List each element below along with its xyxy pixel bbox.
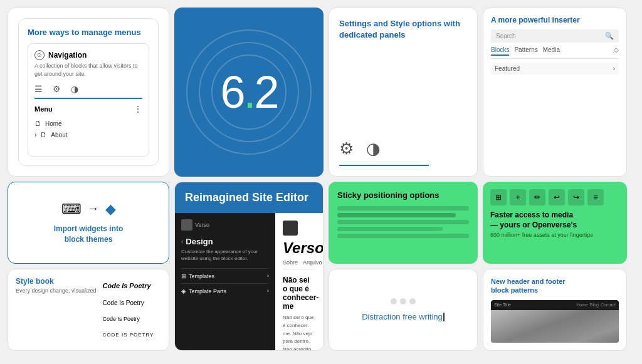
- import-title: Import widgets intoblock themes: [54, 224, 124, 245]
- nav-arquivo: Arquivo: [303, 259, 322, 266]
- nav-circle-icon: ⊙: [34, 50, 45, 60]
- col1-row2: ⌨ → ◆ Import widgets intoblock themes St…: [8, 182, 169, 351]
- preview-heading: Não sei o que é conhecer-me: [283, 276, 315, 311]
- distraction-text: Distraction free writing: [362, 312, 445, 322]
- nav-desc: A collection of blocks that allow visito…: [34, 62, 142, 78]
- tab-icon: ◇: [614, 46, 619, 56]
- sidebar-topbar: Verso: [181, 219, 269, 231]
- sidebar-item-template-parts[interactable]: ◈ Template Parts ›: [181, 283, 269, 298]
- card-sticky: Sticky positioning options: [329, 182, 478, 264]
- verso-label: Verso: [195, 222, 209, 228]
- settings-underline: [339, 165, 429, 166]
- card-stylebook: Style book Every design change, visualiz…: [8, 269, 169, 351]
- sticky-title: Sticky positioning options: [337, 190, 469, 200]
- version-ring-inner: 6.2: [211, 55, 287, 130]
- main-grid: More ways to manage menus ⊙ Navigation A…: [0, 0, 642, 364]
- featured-label: Featured: [495, 65, 520, 72]
- sample-2: Code Is Poetry: [103, 299, 161, 306]
- menu-more-icon: ⋮: [134, 104, 142, 114]
- featured-chevron-icon: ›: [613, 65, 615, 72]
- media-grid-icon: ⊞: [490, 189, 507, 205]
- settings-gear-icon: ⚙: [339, 139, 354, 159]
- home-page-icon: 🗋: [34, 120, 41, 127]
- sample-4: CODE IS POETRY: [103, 332, 161, 338]
- media-toolbar: ⊞ + ✏ ↩ ↪ ≡: [490, 189, 619, 205]
- version-number: 6.2: [220, 70, 277, 115]
- menu-icon-contrast: ◑: [71, 84, 78, 94]
- verso-logo: [181, 219, 192, 231]
- tab-blocks[interactable]: Blocks: [491, 46, 509, 56]
- media-pencil-icon: ✏: [529, 189, 545, 205]
- settings-icons-row: ⚙ ◑: [339, 139, 467, 159]
- template-parts-chevron: ›: [267, 288, 269, 294]
- hf-nav-item-1: Home: [576, 303, 588, 307]
- templates-icon: ⊞: [181, 273, 186, 279]
- templates-chevron: ›: [267, 273, 269, 279]
- search-placeholder: Search: [496, 33, 516, 39]
- cursor-icon: [443, 313, 445, 321]
- card-header-footer: New header and footerblock patterns Site…: [483, 269, 627, 351]
- dot-3: [409, 298, 416, 304]
- home-item-label: Home: [45, 120, 62, 127]
- card-import: ⌨ → ◆ Import widgets intoblock themes: [8, 182, 169, 264]
- menu-label: Menu: [34, 105, 53, 113]
- menu-icon-gear: ⚙: [53, 84, 61, 94]
- hf-site-title: Site Title: [494, 303, 511, 307]
- hf-topbar: Site Title Home Blog Contact: [491, 300, 619, 310]
- stylebook-title: Style book: [16, 277, 97, 286]
- templates-label: Templates: [189, 273, 214, 279]
- template-parts-icon: ◈: [181, 288, 186, 294]
- import-icons-row: ⌨ → ◆: [61, 201, 116, 217]
- media-redo-icon: ↪: [568, 189, 584, 205]
- editor-body: Verso ‹ Design Customize the appearance …: [175, 213, 323, 350]
- col3-row2: Sticky positioning options Distraction f…: [329, 182, 478, 351]
- about-item-label: About: [51, 132, 67, 138]
- sample-1: Code Is Poetry: [103, 282, 161, 289]
- menu-mockup: ⊙ Navigation A collection of blocks that…: [28, 43, 149, 157]
- sidebar-design-desc: Customize the appearance of your website…: [181, 248, 269, 262]
- card-editor: Reimagined Site Editor Verso ‹ Design Cu…: [174, 182, 324, 351]
- media-desc: 600 million+ free assets at your fingert…: [490, 232, 619, 238]
- expand-icon: ›: [34, 132, 36, 138]
- card-version: 6.2: [174, 8, 324, 177]
- hf-nav-item-2: Blog: [590, 303, 599, 307]
- media-title: Faster access to media— yours or Openver…: [490, 211, 619, 230]
- hf-image-overlay: [491, 310, 619, 343]
- sidebar-design-title: ‹ Design: [181, 237, 269, 246]
- media-more-icon: ≡: [587, 189, 604, 205]
- preview-text: Não sei o que é conhecer-me. Não vejo pa…: [283, 314, 315, 350]
- sidebar-item-templates[interactable]: ⊞ Templates ›: [181, 268, 269, 283]
- tab-media[interactable]: Media: [543, 46, 560, 56]
- nav-sobre: Sobre: [283, 259, 298, 266]
- editor-preview: Verso Sobre Arquivo Contacto Não sei o q…: [275, 213, 323, 350]
- arrow-icon: →: [88, 202, 99, 216]
- card-inserter-title: A more powerful inserter: [491, 16, 619, 24]
- settings-contrast-icon: ◑: [366, 139, 381, 159]
- nav-label: Navigation: [48, 51, 87, 60]
- search-icon: 🔍: [605, 32, 614, 40]
- preview-nav: Sobre Arquivo Contacto: [283, 259, 315, 269]
- sticky-line-1: [337, 206, 469, 211]
- card-media: ⊞ + ✏ ↩ ↪ ≡ Faster access to media— your…: [483, 182, 627, 264]
- sticky-lines-container: [337, 206, 469, 238]
- sticky-line-3: [337, 220, 469, 224]
- card-inserter: A more powerful inserter Search 🔍 Blocks…: [483, 8, 627, 177]
- stylebook-info: Style book Every design change, visualiz…: [16, 277, 97, 343]
- preview-logo: [283, 221, 298, 236]
- inserter-featured[interactable]: Featured ›: [491, 63, 619, 75]
- dot-2: [400, 298, 406, 304]
- sample-3: Code Is Poetry: [103, 316, 161, 322]
- col4-row2: ⊞ + ✏ ↩ ↪ ≡ Faster access to media— your…: [483, 182, 627, 351]
- hf-hero-image: [491, 310, 619, 343]
- inserter-search-bar[interactable]: Search 🔍: [491, 29, 619, 43]
- back-icon: ‹: [181, 238, 183, 245]
- tab-patterns[interactable]: Patterns: [514, 46, 537, 56]
- menu-icon-lines: ☰: [34, 84, 43, 94]
- inserter-tabs: Blocks Patterns Media ◇: [491, 46, 619, 59]
- card-menus-title: More ways to manage menus: [28, 28, 149, 37]
- stylebook-subtitle: Every design change, visualized: [16, 288, 97, 294]
- sticky-line-5: [337, 234, 469, 238]
- media-undo-icon: ↩: [549, 189, 565, 205]
- header-footer-preview: Site Title Home Blog Contact: [491, 300, 619, 343]
- card-settings: Settings and Style options with dedicate…: [329, 8, 478, 177]
